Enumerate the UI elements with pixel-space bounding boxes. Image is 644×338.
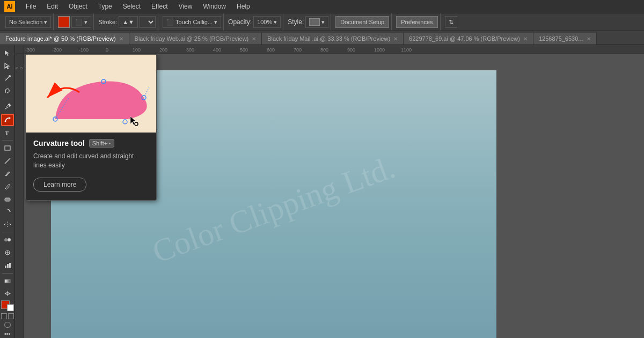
menu-type[interactable]: Type [96, 2, 114, 11]
lasso-tool[interactable] [1, 85, 14, 98]
selection-group: No Selection ▾ [3, 13, 54, 31]
selection-dropdown[interactable]: No Selection ▾ [5, 16, 51, 28]
bar-chart-tool[interactable] [1, 259, 14, 271]
tab-label-0: Feature image.ai* @ 50 % (RGB/Preview) [5, 35, 116, 42]
svg-rect-18 [5, 280, 10, 283]
color-mode-btn[interactable]: ⬛ ▾ [71, 16, 91, 28]
type-tool[interactable]: T [1, 127, 14, 139]
color-area [1, 300, 14, 321]
tooltip-image-area [26, 55, 157, 133]
learn-more-button[interactable]: Learn more [33, 178, 86, 192]
calligraphy-preset[interactable]: ⬛ Touch Callig... ▾ [163, 16, 221, 28]
artboard-container[interactable]: Color Clipping Ltd. [24, 54, 644, 338]
rectangle-tool[interactable] [1, 142, 14, 155]
tooltip-title-row: Curvature tool Shift+~ [33, 139, 149, 148]
tool-sep-3 [2, 232, 13, 232]
pencil-tool[interactable] [1, 180, 14, 193]
ruler-horizontal: -300 -200 -100 0 100 200 300 400 500 600… [24, 45, 427, 54]
menu-help[interactable]: Help [235, 2, 252, 11]
curvature-tool[interactable] [1, 114, 14, 126]
tab-close-3[interactable]: ✕ [523, 36, 528, 42]
tabs-bar: Feature image.ai* @ 50 % (RGB/Preview) ✕… [0, 31, 644, 45]
more-tools[interactable]: ••• [3, 329, 12, 338]
magic-wand-tool[interactable] [1, 72, 14, 85]
selection-tool[interactable] [1, 47, 14, 60]
ruler-horizontal-container: -300 -200 -100 0 100 200 300 400 500 600… [15, 45, 644, 54]
svg-text:T: T [5, 130, 9, 136]
menu-file[interactable]: File [24, 2, 38, 11]
preferences-button[interactable]: Preferences [396, 16, 437, 28]
tab-label-1: Black friday Web.ai @ 25 % (RGB/Preview) [135, 35, 249, 42]
svg-point-10 [4, 238, 8, 241]
calligraphy-group: ⬛ Touch Callig... ▾ [160, 13, 224, 31]
menu-edit[interactable]: Edit [45, 2, 60, 11]
tooltip-shortcut: Shift+~ [89, 139, 114, 148]
menu-object[interactable]: Object [67, 2, 90, 11]
fill-color[interactable] [58, 16, 70, 28]
doc-setup-button[interactable]: Document Setup [335, 16, 389, 28]
svg-point-11 [8, 238, 11, 241]
svg-rect-7 [5, 198, 10, 201]
opacity-label: Opacity: [228, 18, 252, 26]
canvas-area: -300 -200 -100 0 100 200 300 400 500 600… [15, 45, 644, 338]
gradient-mode-icon[interactable] [8, 313, 14, 319]
normal-mode-icon[interactable] [1, 313, 7, 319]
main-layout: T [0, 45, 644, 338]
tooltip-title: Curvature tool [33, 139, 85, 148]
doc-setup-group: Document Setup [333, 13, 392, 31]
gradient-tool[interactable] [1, 275, 14, 288]
line-tool[interactable] [1, 155, 14, 167]
tab-label-2: Black friday Mail .ai @ 33.33 % (RGB/Pre… [267, 35, 390, 42]
reflect-tool[interactable] [1, 218, 14, 230]
ruler-corner [15, 45, 24, 54]
tab-close-1[interactable]: ✕ [252, 36, 256, 42]
svg-rect-17 [9, 263, 11, 268]
tab-close-0[interactable]: ✕ [119, 36, 123, 42]
tab-3[interactable]: 6229778_69.ai @ 47.06 % (RGB/Preview) ✕ [404, 33, 533, 45]
tools-panel: T [0, 45, 15, 338]
arrange-btn[interactable]: ⇅ [445, 16, 457, 28]
tab-close-4[interactable]: ✕ [587, 36, 591, 42]
tab-2[interactable]: Black friday Mail .ai @ 33.33 % (RGB/Pre… [262, 33, 404, 45]
tab-0[interactable]: Feature image.ai* @ 50 % (RGB/Preview) ✕ [0, 33, 129, 45]
pen-tool[interactable] [1, 101, 14, 113]
tab-label-3: 6229778_69.ai @ 47.06 % (RGB/Preview) [409, 35, 520, 42]
style-label: Style: [288, 18, 304, 26]
tab-close-2[interactable]: ✕ [393, 36, 398, 42]
symbol-tool[interactable] [1, 246, 14, 259]
background-color[interactable] [7, 304, 14, 311]
ruler-vertical: 500 600 [15, 54, 24, 338]
blend-tool[interactable] [1, 234, 14, 246]
tab-4[interactable]: 1256875_6530... ✕ [533, 33, 597, 45]
tab-1[interactable]: Black friday Web.ai @ 25 % (RGB/Preview)… [129, 33, 262, 45]
svg-rect-5 [5, 146, 10, 150]
mesh-tool[interactable] [1, 288, 14, 300]
rotate-tool[interactable] [1, 205, 14, 218]
menu-bar: Ai File Edit Object Type Select Effect V… [0, 0, 644, 13]
menu-effect[interactable]: Effect [149, 2, 170, 11]
style-dropdown[interactable]: ▾ [305, 16, 328, 28]
svg-point-2 [4, 121, 6, 122]
menu-view[interactable]: View [177, 2, 195, 11]
menu-window[interactable]: Window [201, 2, 228, 11]
red-arrow-indicator [36, 65, 90, 119]
toolbar: No Selection ▾ ⬛ ▾ Stroke: ▲▼ ⬛ Touch Ca… [0, 13, 644, 31]
stroke-label: Stroke: [98, 19, 117, 25]
svg-marker-8 [10, 210, 11, 212]
stroke-width[interactable]: ▲▼ [119, 16, 138, 28]
change-screen-mode[interactable] [4, 322, 11, 328]
stroke-group: Stroke: ▲▼ [96, 13, 158, 31]
fg-bg-colors [1, 300, 14, 311]
opacity-value[interactable]: 100% ▾ [253, 16, 281, 28]
mode-icons [1, 313, 14, 319]
menu-select[interactable]: Select [121, 2, 143, 11]
color-group: ⬛ ▾ [56, 13, 94, 31]
tool-sep-2 [2, 140, 13, 141]
eraser-tool[interactable] [1, 193, 14, 205]
svg-rect-16 [7, 264, 9, 268]
direct-selection-tool[interactable] [1, 60, 14, 72]
tab-label-4: 1256875_6530... [539, 35, 583, 42]
stroke-select[interactable] [140, 16, 156, 28]
opacity-group: Opacity: 100% ▾ [226, 13, 283, 31]
paintbrush-tool[interactable] [1, 167, 14, 180]
